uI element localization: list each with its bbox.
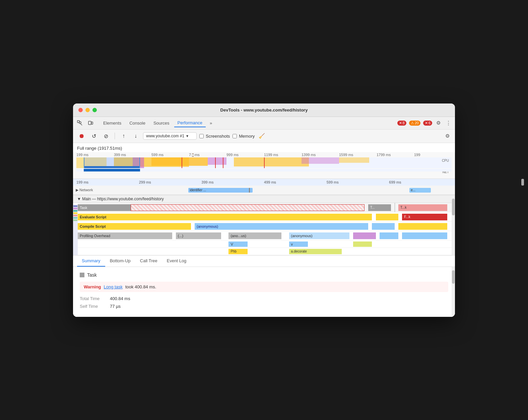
- ms-label-1599: 1599 ms: [339, 153, 377, 157]
- profiling-row[interactable]: Profiling Overhead (...) (ano...us) (ano…: [78, 231, 455, 240]
- titlebar: DevTools - www.youtube.com/feed/history: [73, 103, 455, 117]
- long-task-link[interactable]: Long task: [104, 284, 123, 289]
- network-block-e: e...: [409, 188, 431, 193]
- network-bar: ▶ Network identifier ... e...: [73, 186, 455, 195]
- warning-label: Warning: [84, 284, 101, 289]
- task-color-icon: [80, 273, 84, 277]
- reload-record-button[interactable]: ↺: [89, 131, 98, 141]
- task-right-1: T...: [368, 204, 391, 211]
- minimize-button[interactable]: [85, 108, 90, 112]
- task-row[interactable]: Task T... T...k: [78, 203, 455, 212]
- compile-script-block: Compile Script: [78, 223, 191, 230]
- memory-checkbox-group: Memory: [233, 134, 255, 139]
- compile-script-row[interactable]: Compile Script (anonymous): [78, 222, 455, 231]
- url-selector[interactable]: www.youtube.com #1 ▾: [143, 132, 197, 140]
- self-time-value: 77 µs: [110, 304, 121, 309]
- timeline-overview[interactable]: 199 ms 399 ms 599 ms 7⌚ms 999 ms 1199 ms…: [73, 152, 455, 179]
- settings-icon[interactable]: ⚙: [435, 119, 442, 127]
- summary-scrollbar-thumb[interactable]: [452, 270, 455, 284]
- dropdown-arrow-icon: ▾: [186, 134, 188, 138]
- prof-right-mini: [353, 232, 376, 239]
- tab-console[interactable]: Console: [126, 119, 149, 127]
- flame-scrollbar[interactable]: [452, 195, 455, 255]
- task-label-block: Task: [78, 204, 131, 211]
- range-timeline[interactable]: 199 ms 299 ms 399 ms 499 ms 599 ms 699 m…: [73, 179, 455, 186]
- task-hatched-block: [131, 204, 365, 211]
- range-label-599: 599 ms: [327, 180, 389, 184]
- inspector-icon[interactable]: [76, 119, 84, 127]
- ms-label-199: 199 ms: [76, 153, 114, 157]
- evaluate-script-row[interactable]: Evaluate Script F...k: [78, 212, 455, 222]
- screenshots-label[interactable]: Screenshots: [206, 134, 230, 139]
- eval-right-mini: [376, 214, 399, 220]
- capture-settings-icon[interactable]: ⚙: [444, 132, 451, 140]
- devtools-window: DevTools - www.youtube.com/feed/history …: [73, 103, 455, 317]
- total-time-value: 400.84 ms: [110, 296, 130, 301]
- ms-label-399: 399 ms: [114, 153, 151, 157]
- tab-bottom-up[interactable]: Bottom-Up: [105, 256, 135, 267]
- toolbar-separator-1: [115, 133, 115, 139]
- cpu-chart: [76, 157, 452, 168]
- resize-handle[interactable]: [249, 188, 250, 193]
- self-time-row: Self Time 77 µs: [80, 304, 448, 309]
- tabbar-right: ✕ 8 ⚠ 20 ✕ 6 ⚙ ⋮: [397, 119, 453, 127]
- memory-checkbox[interactable]: [233, 134, 237, 138]
- memory-icon[interactable]: 🧹: [257, 132, 266, 140]
- tab-summary[interactable]: Summary: [77, 256, 105, 267]
- phb-row[interactable]: Phb a.decorate: [78, 248, 455, 255]
- total-time-label: Total Time: [80, 296, 110, 301]
- anous-block: (ano...us): [228, 232, 281, 239]
- summary-title: Task: [80, 272, 448, 278]
- main-section-header: ▼ Main — https://www.youtube.com/feed/hi…: [73, 195, 455, 203]
- network-label[interactable]: ▶ Network: [76, 188, 93, 192]
- tab-call-tree[interactable]: Call Tree: [135, 256, 162, 267]
- more-tabs-icon[interactable]: »: [207, 119, 215, 127]
- warning-badge: ⚠ 20: [409, 121, 420, 126]
- window-title: DevTools - www.youtube.com/feed/history: [220, 108, 308, 113]
- v-right: [353, 241, 372, 247]
- tab-elements[interactable]: Elements: [100, 119, 125, 127]
- timeline-container: 199 ms 399 ms 599 ms 7⌚ms 999 ms 1199 ms…: [73, 152, 455, 195]
- error-icon: ✕: [399, 121, 402, 125]
- anonymous-block: (anonymous): [195, 223, 368, 230]
- info-icon: ✕: [425, 121, 428, 125]
- device-mode-icon[interactable]: [86, 119, 94, 127]
- download-button[interactable]: ↓: [131, 131, 140, 141]
- summary-scrollbar[interactable]: [452, 267, 455, 317]
- upload-button[interactable]: ↑: [119, 131, 128, 141]
- left-mini-blocks: [73, 205, 78, 255]
- ms-label-999: 999 ms: [226, 153, 264, 157]
- v-row[interactable]: V v: [78, 240, 455, 248]
- warning-text: took 400.84 ms.: [125, 284, 156, 289]
- info-badge: ✕ 6: [423, 121, 432, 126]
- range-label-499: 499 ms: [264, 180, 327, 184]
- more-options-icon[interactable]: ⋮: [445, 119, 452, 127]
- url-text: www.youtube.com #1: [146, 134, 184, 138]
- screenshots-checkbox[interactable]: [199, 134, 204, 138]
- record-button[interactable]: ⏺: [77, 131, 86, 141]
- anonymous-block-2: (anonymous): [289, 232, 349, 239]
- tab-performance[interactable]: Performance: [174, 119, 206, 127]
- clear-button[interactable]: ⊘: [101, 131, 111, 141]
- ms-label-1799: 1799 ms: [377, 153, 414, 157]
- compile-right-2: [398, 223, 447, 230]
- tab-event-log[interactable]: Event Log: [162, 256, 191, 267]
- network-block-identifier: identifier ...: [188, 188, 253, 193]
- range-label-699: 699 ms: [389, 180, 452, 184]
- main-content: Full range (1917.51ms) 199 ms 399 ms 599…: [73, 143, 455, 317]
- maximize-button[interactable]: [92, 108, 97, 112]
- close-button[interactable]: [78, 108, 83, 112]
- v-block-1: V: [228, 241, 247, 247]
- range-label-299: 299 ms: [139, 180, 202, 184]
- range-label-199: 199 ms: [76, 180, 139, 184]
- tab-sources[interactable]: Sources: [150, 119, 173, 127]
- full-range-label: Full range (1917.51ms): [73, 143, 455, 152]
- flame-scrollbar-thumb[interactable]: [452, 199, 455, 215]
- flame-rows: Task T... T...k Evaluate Script F...k Co…: [78, 203, 455, 255]
- compile-right-mini: [372, 223, 395, 230]
- ms-label-199b: 199: [414, 153, 452, 157]
- memory-label[interactable]: Memory: [239, 134, 255, 139]
- self-time-label: Self Time: [80, 304, 110, 309]
- flame-area: ▼ Main — https://www.youtube.com/feed/hi…: [73, 195, 455, 255]
- cpu-label: CPU: [442, 159, 449, 162]
